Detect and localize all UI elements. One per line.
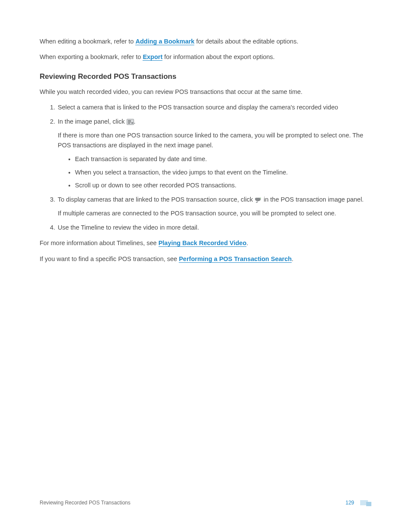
paragraph-export-bookmark: When exporting a bookmark, refer to Expo… bbox=[40, 52, 371, 62]
footer-page-group: 129 bbox=[346, 499, 371, 506]
step-text: To display cameras that are linked to th… bbox=[58, 196, 255, 203]
text-fragment: When exporting a bookmark, refer to bbox=[40, 53, 143, 60]
text-fragment: When editing a bookmark, refer to bbox=[40, 38, 135, 45]
receipt-icon bbox=[127, 119, 134, 125]
text-fragment: . bbox=[246, 240, 248, 246]
text-fragment: . bbox=[292, 255, 293, 262]
link-adding-bookmark[interactable]: Adding a Bookmark bbox=[135, 38, 194, 45]
step-sublist: Each transaction is separated by date an… bbox=[58, 154, 371, 190]
paragraph-timelines: For more information about Timelines, se… bbox=[40, 238, 371, 248]
footer-title: Reviewing Recorded POS Transactions bbox=[40, 500, 131, 506]
step-text: Select a camera that is linked to the PO… bbox=[58, 104, 338, 111]
link-pos-transaction-search[interactable]: Performing a POS Transaction Search bbox=[179, 255, 292, 263]
paragraph-intro: While you watch recorded video, you can … bbox=[40, 87, 371, 96]
svg-rect-6 bbox=[366, 502, 371, 506]
page-number: 129 bbox=[346, 500, 354, 506]
document-page: When editing a bookmark, refer to Adding… bbox=[0, 0, 411, 532]
step-text: Use the Timeline to review the video in … bbox=[58, 224, 199, 231]
text-fragment: For more information about Timelines, se… bbox=[40, 240, 159, 246]
link-export[interactable]: Export bbox=[143, 53, 162, 61]
step-text: . bbox=[134, 118, 136, 125]
steps-list: Select a camera that is linked to the PO… bbox=[40, 103, 371, 232]
step-subitem: Scroll up or down to see other recorded … bbox=[75, 180, 371, 190]
text-fragment: for information about the export options… bbox=[164, 53, 274, 60]
step-text: In the image panel, click bbox=[58, 118, 127, 125]
step-subitem: Each transaction is separated by date an… bbox=[75, 154, 371, 164]
text-fragment: for details about the editable options. bbox=[196, 38, 298, 45]
step-2: In the image panel, click . If there is … bbox=[57, 117, 371, 190]
svg-point-4 bbox=[260, 197, 261, 199]
step-4: Use the Timeline to review the video in … bbox=[57, 223, 371, 232]
page-footer: Reviewing Recorded POS Transactions 129 bbox=[40, 499, 371, 506]
step-text: in the POS transaction image panel. bbox=[262, 196, 364, 203]
step-paragraph: If there is more than one POS transactio… bbox=[58, 131, 371, 150]
paragraph-edit-bookmark: When editing a bookmark, refer to Adding… bbox=[40, 37, 371, 46]
step-subitem: When you select a transaction, the video… bbox=[75, 168, 371, 177]
footer-decoration-icon bbox=[360, 499, 371, 506]
step-1: Select a camera that is linked to the PO… bbox=[57, 103, 371, 112]
section-heading: Reviewing Recorded POS Transactions bbox=[40, 72, 371, 81]
paragraph-pos-search: If you want to find a specific POS trans… bbox=[40, 254, 371, 264]
camera-icon bbox=[255, 197, 262, 203]
step-paragraph: If multiple cameras are connected to the… bbox=[58, 208, 371, 218]
step-3: To display cameras that are linked to th… bbox=[57, 195, 371, 218]
link-playing-back-video[interactable]: Playing Back Recorded Video bbox=[159, 240, 246, 247]
text-fragment: If you want to find a specific POS trans… bbox=[40, 255, 179, 262]
